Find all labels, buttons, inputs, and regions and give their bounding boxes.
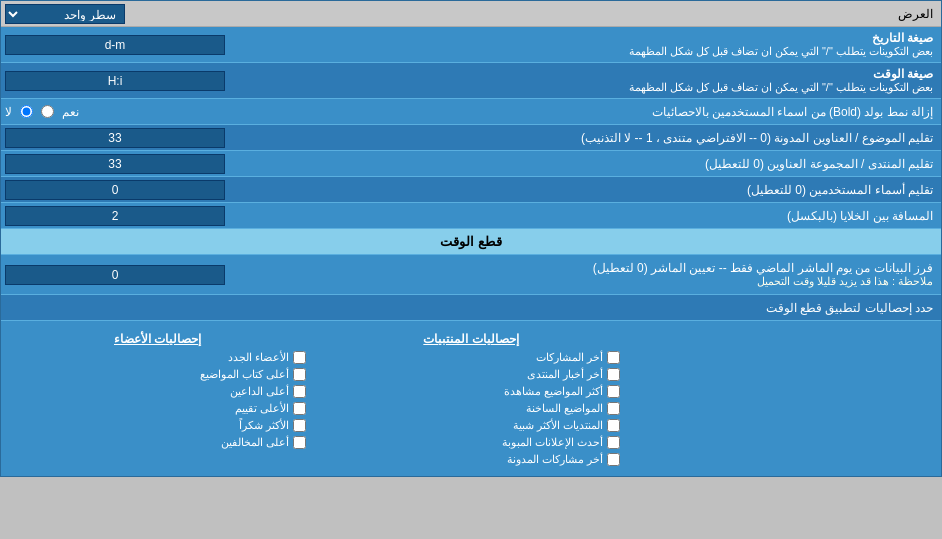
freeze-section-header: قطع الوقت: [1, 229, 941, 255]
freeze-section-title: قطع الوقت: [440, 234, 502, 249]
top-row: العرض سطر واحد سطرين ثلاثة أسطر: [1, 1, 941, 27]
top-label: العرض: [281, 3, 941, 25]
forum-stats-header: إحصاليات المنتبيات: [322, 329, 619, 349]
cb-new-members-input[interactable]: [293, 351, 306, 364]
member-stats-column: إحصاليات الأعضاء الأعضاء الجدد أعلى كتاب…: [1, 325, 314, 472]
trim-usernames-label: تقليم أسماء المستخدمين (0 للتعطيل): [281, 179, 941, 201]
cb-most-similar-input[interactable]: [607, 419, 620, 432]
cb-top-writers-input[interactable]: [293, 368, 306, 381]
cb-most-similar-label: المنتديات الأكثر شبية: [513, 419, 603, 432]
cb-top-inviters-label: أعلى الداعين: [230, 385, 289, 398]
trim-forum-row: تقليم المنتدى / المجموعة العناوين (0 للت…: [1, 151, 941, 177]
cb-last-posts-label: أخر المشاركات: [536, 351, 603, 364]
freeze-label: فرز البيانات من يوم الماشر الماضي فقط --…: [281, 257, 941, 292]
cb-top-inviters: أعلى الداعين: [9, 383, 306, 400]
time-format-label-line1: صيغة الوقت: [289, 67, 933, 81]
trim-forum-input-cell: [1, 152, 281, 176]
cb-most-similar: المنتديات الأكثر شبية: [322, 417, 619, 434]
cb-forum-news: أخر أخبار المنتدى: [322, 366, 619, 383]
cb-last-posts-input[interactable]: [607, 351, 620, 364]
limit-row: حدد إحصاليات لتطبيق قطع الوقت: [1, 295, 941, 321]
freeze-input-cell: [1, 263, 281, 287]
cb-forum-news-input[interactable]: [607, 368, 620, 381]
cb-top-rated: الأعلى تقييم: [9, 400, 306, 417]
bold-remove-input-cell: نعم لا: [1, 103, 281, 121]
freeze-row: فرز البيانات من يوم الماشر الماضي فقط --…: [1, 255, 941, 295]
cb-blog-posts-input[interactable]: [607, 453, 620, 466]
cb-most-viewed: أكثر المواضيع مشاهدة: [322, 383, 619, 400]
trim-usernames-input[interactable]: [5, 180, 225, 200]
radio-yes-label: نعم: [62, 105, 79, 119]
trim-subject-label: تقليم الموضوع / العناوين المدونة (0 -- ا…: [281, 127, 941, 149]
date-format-input[interactable]: [5, 35, 225, 55]
top-select-cell: سطر واحد سطرين ثلاثة أسطر: [1, 2, 281, 26]
cb-top-violators-input[interactable]: [293, 436, 306, 449]
limit-label: حدد إحصاليات لتطبيق قطع الوقت: [281, 297, 941, 319]
cb-most-thanked-input[interactable]: [293, 419, 306, 432]
cb-latest-ads-label: أحدث الإعلانات المبوبة: [502, 436, 603, 449]
cb-hot-topics: المواضيع الساخنة: [322, 400, 619, 417]
cb-most-viewed-label: أكثر المواضيع مشاهدة: [504, 385, 603, 398]
cell-spacing-input[interactable]: [5, 206, 225, 226]
cb-latest-ads-input[interactable]: [607, 436, 620, 449]
trim-forum-input[interactable]: [5, 154, 225, 174]
time-format-input-cell: [1, 69, 281, 93]
freeze-input[interactable]: [5, 265, 225, 285]
empty-left-col: [628, 325, 941, 472]
date-format-label-line2: بعض التكوينات يتطلب "/" التي يمكن ان تضا…: [289, 45, 933, 58]
radio-no[interactable]: [20, 105, 33, 118]
cb-most-thanked: الأكثر شكراً: [9, 417, 306, 434]
limit-empty-cell: [1, 306, 281, 310]
cb-top-violators: أعلى المخالفين: [9, 434, 306, 451]
trim-usernames-row: تقليم أسماء المستخدمين (0 للتعطيل): [1, 177, 941, 203]
bold-remove-label: إزالة نمط بولد (Bold) من اسماء المستخدمي…: [281, 101, 941, 123]
bold-remove-row: إزالة نمط بولد (Bold) من اسماء المستخدمي…: [1, 99, 941, 125]
cb-most-viewed-input[interactable]: [607, 385, 620, 398]
cb-top-rated-input[interactable]: [293, 402, 306, 415]
cb-blog-posts-label: أخر مشاركات المدونة: [507, 453, 603, 466]
cb-top-rated-label: الأعلى تقييم: [235, 402, 289, 415]
forum-stats-column: إحصاليات المنتبيات أخر المشاركات أخر أخب…: [314, 325, 627, 472]
cell-spacing-label: المسافة بين الخلايا (بالبكسل): [281, 205, 941, 227]
cb-top-violators-label: أعلى المخالفين: [221, 436, 289, 449]
radio-no-label: لا: [5, 105, 12, 119]
display-select[interactable]: سطر واحد سطرين ثلاثة أسطر: [5, 4, 125, 24]
time-format-label: صيغة الوقت بعض التكوينات يتطلب "/" التي …: [281, 63, 941, 98]
cb-latest-ads: أحدث الإعلانات المبوبة: [322, 434, 619, 451]
cb-top-inviters-input[interactable]: [293, 385, 306, 398]
date-format-row: صيغة التاريخ بعض التكوينات يتطلب "/" الت…: [1, 27, 941, 63]
freeze-label-line2: ملاحظة : هذا قد يزيد قليلا وقت التحميل: [289, 275, 933, 288]
date-format-label: صيغة التاريخ بعض التكوينات يتطلب "/" الت…: [281, 27, 941, 62]
cb-most-thanked-label: الأكثر شكراً: [239, 419, 289, 432]
main-container: العرض سطر واحد سطرين ثلاثة أسطر صيغة الت…: [0, 0, 942, 477]
cb-top-writers-label: أعلى كتاب المواضيع: [200, 368, 289, 381]
cb-last-posts: أخر المشاركات: [322, 349, 619, 366]
trim-subject-input-cell: [1, 126, 281, 150]
time-format-row: صيغة الوقت بعض التكوينات يتطلب "/" التي …: [1, 63, 941, 99]
date-format-input-cell: [1, 33, 281, 57]
bold-radio-group: نعم لا: [5, 105, 277, 119]
date-format-label-line1: صيغة التاريخ: [289, 31, 933, 45]
cb-top-writers: أعلى كتاب المواضيع: [9, 366, 306, 383]
trim-forum-label: تقليم المنتدى / المجموعة العناوين (0 للت…: [281, 153, 941, 175]
cb-hot-topics-label: المواضيع الساخنة: [526, 402, 603, 415]
cb-hot-topics-input[interactable]: [607, 402, 620, 415]
freeze-label-line1: فرز البيانات من يوم الماشر الماضي فقط --…: [289, 261, 933, 275]
time-format-label-line2: بعض التكوينات يتطلب "/" التي يمكن ان تضا…: [289, 81, 933, 94]
member-stats-header: إحصاليات الأعضاء: [9, 329, 306, 349]
cb-new-members: الأعضاء الجدد: [9, 349, 306, 366]
cb-new-members-label: الأعضاء الجدد: [228, 351, 289, 364]
radio-yes[interactable]: [41, 105, 54, 118]
trim-subject-row: تقليم الموضوع / العناوين المدونة (0 -- ا…: [1, 125, 941, 151]
time-format-input[interactable]: [5, 71, 225, 91]
cell-spacing-input-cell: [1, 204, 281, 228]
cb-forum-news-label: أخر أخبار المنتدى: [527, 368, 603, 381]
cell-spacing-row: المسافة بين الخلايا (بالبكسل): [1, 203, 941, 229]
trim-subject-input[interactable]: [5, 128, 225, 148]
trim-usernames-input-cell: [1, 178, 281, 202]
checkboxes-area: إحصاليات المنتبيات أخر المشاركات أخر أخب…: [1, 321, 941, 476]
cb-blog-posts: أخر مشاركات المدونة: [322, 451, 619, 468]
